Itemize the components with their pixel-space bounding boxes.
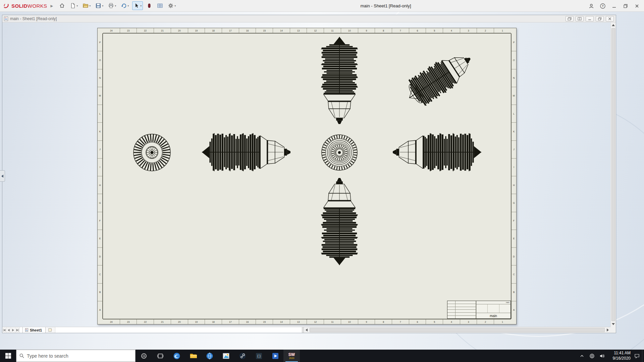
chevron-down-icon[interactable]: ▾ xyxy=(76,4,78,7)
chevron-down-icon[interactable]: ▾ xyxy=(174,4,176,7)
drawing-file-icon xyxy=(4,16,8,21)
scroll-up-button[interactable] xyxy=(611,22,616,28)
first-sheet-button[interactable] xyxy=(2,327,7,333)
chevron-down-icon[interactable]: ▾ xyxy=(115,4,116,7)
restore-button[interactable] xyxy=(620,0,631,12)
horizontal-scrollbar[interactable] xyxy=(304,327,610,333)
zone-label: O xyxy=(98,51,102,69)
start-button[interactable] xyxy=(0,350,16,362)
add-sheet-button[interactable] xyxy=(46,327,55,333)
doc-cascade-button[interactable] xyxy=(566,16,574,21)
app-media-player[interactable] xyxy=(267,350,283,362)
left-arrow-icon xyxy=(7,329,10,331)
cortana-button[interactable] xyxy=(136,350,152,362)
zone-label: 20 xyxy=(171,28,188,33)
scroll-right-button[interactable] xyxy=(605,327,610,333)
doc-restore-button[interactable] xyxy=(596,16,604,21)
help-button[interactable]: ? xyxy=(597,0,608,12)
print-button[interactable]: ▾ xyxy=(107,1,117,10)
featuremanager-collapsed-tab[interactable] xyxy=(0,170,5,182)
user-icon xyxy=(588,3,594,9)
app-photos[interactable] xyxy=(218,350,234,362)
save-button[interactable]: ▾ xyxy=(94,1,105,10)
taskbar-search[interactable] xyxy=(16,350,136,362)
vertical-scroll-thumb[interactable] xyxy=(611,28,615,321)
app-file-explorer[interactable] xyxy=(185,350,201,362)
doc-minimize-button[interactable] xyxy=(586,16,594,21)
volume-button[interactable] xyxy=(597,350,607,362)
zone-label: B xyxy=(512,284,516,301)
options-button[interactable]: ▾ xyxy=(166,1,177,10)
drawing-view-side-right[interactable] xyxy=(393,133,481,172)
zone-label: B xyxy=(98,284,102,301)
document-titlebar[interactable]: main - Sheet1 [Read-only] xyxy=(2,15,616,22)
next-sheet-button[interactable] xyxy=(11,327,15,333)
zone-label: 5 xyxy=(426,319,443,324)
notification-icon xyxy=(634,353,640,359)
zone-label: 17 xyxy=(222,319,239,324)
previous-sheet-button[interactable] xyxy=(7,327,11,333)
sheet-tab-active[interactable]: Sheet1 xyxy=(22,327,46,333)
vertical-scrollbar[interactable] xyxy=(610,22,616,327)
drawing-viewport[interactable]: 242322212019181716151413121110987654321 … xyxy=(2,22,610,327)
chevron-down-icon[interactable]: ▾ xyxy=(127,4,129,7)
windows-logo-icon xyxy=(5,353,11,359)
taskbar-clock[interactable]: 11:41 AM 9/16/2020 xyxy=(607,350,632,362)
document-window-controls xyxy=(566,16,614,21)
close-button[interactable] xyxy=(631,0,643,12)
app-edge[interactable] xyxy=(168,350,185,362)
sheet-icon xyxy=(25,328,29,332)
search-input[interactable] xyxy=(27,353,132,359)
zone-label: A xyxy=(512,301,516,319)
zone-label: G xyxy=(512,194,516,212)
drawing-view-top[interactable] xyxy=(321,37,358,124)
view-orientation-button[interactable] xyxy=(145,1,154,10)
drawing-view-bottom[interactable] xyxy=(321,178,358,265)
home-button[interactable] xyxy=(58,1,66,10)
drawing-view-isometric[interactable] xyxy=(399,41,479,114)
new-document-icon xyxy=(70,3,76,9)
task-view-icon xyxy=(157,353,163,359)
app-code[interactable]: { } xyxy=(251,350,267,362)
chevron-down-icon[interactable]: ▾ xyxy=(102,4,103,7)
zone-label: 23 xyxy=(120,28,137,33)
action-center-button[interactable] xyxy=(632,350,642,362)
tray-expand-button[interactable] xyxy=(577,350,587,362)
tab-strip: Sheet1 xyxy=(2,327,302,333)
doc-tile-button[interactable] xyxy=(576,16,584,21)
show-desktop-button[interactable] xyxy=(642,350,644,362)
last-arrow-icon xyxy=(16,329,19,331)
network-button[interactable] xyxy=(587,350,597,362)
zone-label: 10 xyxy=(341,319,358,324)
scroll-down-button[interactable] xyxy=(611,321,616,327)
chevron-down-icon[interactable]: ▾ xyxy=(140,4,142,7)
drawing-view-fan-face[interactable] xyxy=(133,134,171,171)
zone-label: 9 xyxy=(358,28,375,33)
open-button[interactable]: ▾ xyxy=(81,1,92,10)
drawing-view-front[interactable] xyxy=(321,134,358,171)
sheet-tab-label: Sheet1 xyxy=(30,328,42,332)
new-document-button[interactable]: ▾ xyxy=(68,1,79,10)
app-browser[interactable] xyxy=(201,350,218,362)
select-tool-button[interactable]: ▾ xyxy=(132,1,143,10)
undo-button[interactable]: ▾ xyxy=(119,1,130,10)
cortana-icon xyxy=(141,353,147,359)
app-solidworks[interactable]: SW 2020 xyxy=(283,350,300,362)
zone-label: 8 xyxy=(375,28,392,33)
app-steam[interactable] xyxy=(234,350,251,362)
drawing-view-side-left[interactable] xyxy=(202,133,290,172)
horizontal-scroll-thumb[interactable] xyxy=(310,328,605,332)
doc-close-button[interactable] xyxy=(606,16,614,21)
minimize-button[interactable] xyxy=(608,0,620,12)
account-button[interactable] xyxy=(586,0,597,12)
document-window: main - Sheet1 [Read-only] xyxy=(2,15,616,333)
media-player-icon xyxy=(272,352,279,360)
task-view-button[interactable] xyxy=(152,350,168,362)
last-sheet-button[interactable] xyxy=(15,327,20,333)
breadcrumb-arrow-icon[interactable]: ▶ xyxy=(51,4,53,8)
scroll-left-button[interactable] xyxy=(304,327,309,333)
view-orientation-icon xyxy=(146,3,152,9)
speaker-icon xyxy=(599,353,605,359)
chevron-down-icon[interactable]: ▾ xyxy=(89,4,91,7)
sheet-properties-button[interactable] xyxy=(156,1,164,10)
